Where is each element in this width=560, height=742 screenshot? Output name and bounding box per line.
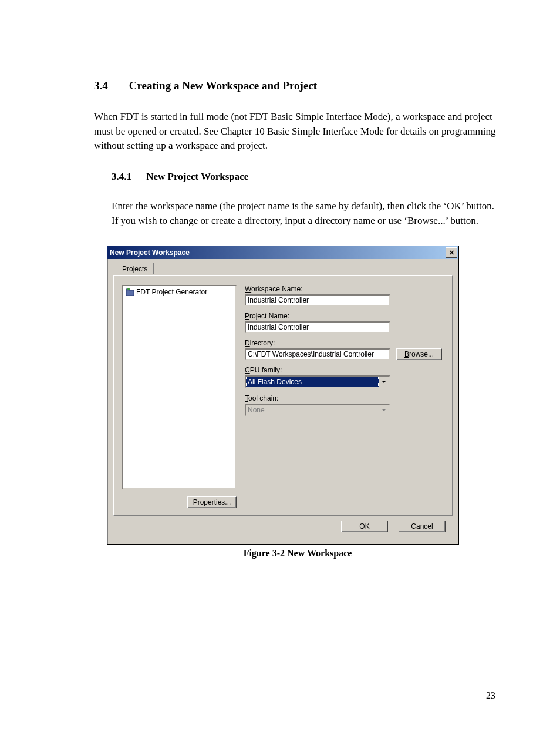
project-name-input[interactable] <box>245 321 390 333</box>
close-button[interactable]: ✕ <box>446 247 457 258</box>
list-item-label: FDT Project Generator <box>136 288 207 296</box>
subsection-heading: 3.4.1 New Project Workspace <box>112 171 501 183</box>
project-generator-icon <box>126 288 135 296</box>
cpu-family-label: CPU family: <box>245 366 444 374</box>
browse-button[interactable]: Browse... <box>396 348 442 360</box>
list-item[interactable]: FDT Project Generator <box>124 287 234 297</box>
page-number: 23 <box>486 690 495 701</box>
subsection-paragraph: Enter the workspace name (the project na… <box>112 199 501 228</box>
tab-projects[interactable]: Projects <box>116 263 154 274</box>
close-icon: ✕ <box>449 250 454 256</box>
ok-button[interactable]: OK <box>341 521 388 532</box>
section-heading: 3.4 Creating a New Workspace and Project <box>94 79 501 92</box>
section-number: 3.4 <box>94 79 126 92</box>
tab-panel: FDT Project Generator Properties... Work… <box>113 275 453 516</box>
dialog-titlebar[interactable]: New Project Workspace ✕ <box>107 246 458 259</box>
tool-chain-label: Tool chain: <box>245 394 444 402</box>
tool-chain-value: None <box>246 405 379 415</box>
chevron-down-icon <box>379 405 389 415</box>
workspace-name-field: Workspace Name: <box>245 285 444 306</box>
directory-input[interactable] <box>245 348 390 360</box>
subsection-title: New Project Workspace <box>146 171 248 182</box>
right-column: Workspace Name: Project Name: Directory: <box>245 285 444 508</box>
section-title: Creating a New Workspace and Project <box>129 79 317 92</box>
properties-button[interactable]: Properties... <box>187 496 237 508</box>
dialog-title: New Project Workspace <box>110 249 190 257</box>
dialog-footer: OK Cancel <box>113 516 453 538</box>
intro-paragraph: When FDT is started in full mode (not FD… <box>94 110 501 153</box>
figure-caption: Figure 3-2 New Workspace <box>94 548 501 559</box>
tool-chain-field: Tool chain: None <box>245 394 444 417</box>
new-project-workspace-dialog: New Project Workspace ✕ Projects <box>107 246 459 545</box>
cpu-family-value: All Flash Devices <box>246 377 379 387</box>
svg-point-2 <box>127 288 130 290</box>
subsection-number: 3.4.1 <box>112 171 144 183</box>
cpu-family-select[interactable]: All Flash Devices <box>245 375 390 388</box>
directory-label: Directory: <box>245 339 444 347</box>
tab-strip: Projects <box>113 263 453 276</box>
tool-chain-select: None <box>245 404 390 417</box>
directory-field: Directory: Browse... <box>245 339 444 360</box>
chevron-down-icon <box>379 377 389 387</box>
project-name-label: Project Name: <box>245 312 444 320</box>
workspace-name-input[interactable] <box>245 294 390 306</box>
document-page: 3.4 Creating a New Workspace and Project… <box>0 0 560 742</box>
subsection: 3.4.1 New Project Workspace Enter the wo… <box>112 171 501 228</box>
project-name-field: Project Name: <box>245 312 444 333</box>
tab-label: Projects <box>122 265 147 273</box>
project-type-listbox[interactable]: FDT Project Generator <box>122 285 237 489</box>
cpu-family-field: CPU family: All Flash Devices <box>245 366 444 388</box>
left-column: FDT Project Generator Properties... <box>122 285 237 508</box>
dialog-body: Projects <box>107 259 458 544</box>
workspace-name-label: Workspace Name: <box>245 285 444 293</box>
cancel-button[interactable]: Cancel <box>399 521 446 532</box>
